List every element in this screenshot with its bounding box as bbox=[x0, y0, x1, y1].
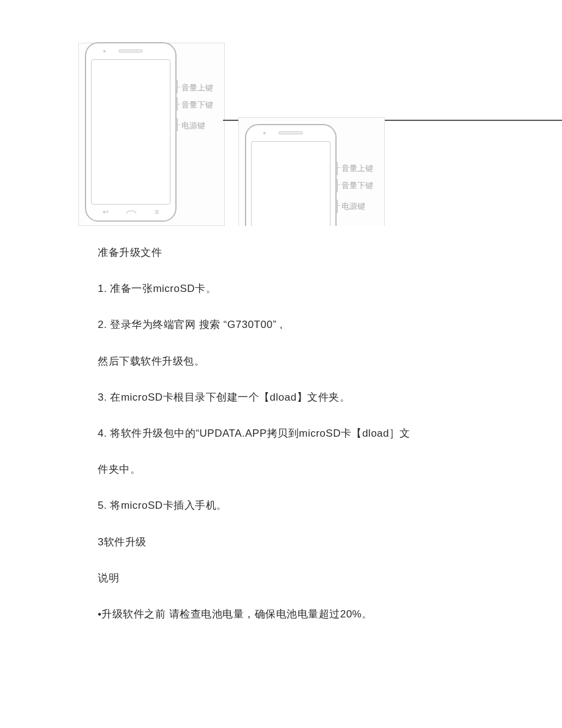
label-volume-up: 音量上键 bbox=[341, 163, 373, 174]
earpiece-icon bbox=[279, 131, 303, 134]
step-4-cont: 件夹中。 bbox=[98, 461, 464, 478]
earpiece-icon bbox=[119, 49, 143, 53]
step-3: 3. 在microSD卡根目录下创建一个【dload】文件夹。 bbox=[98, 389, 464, 406]
note-1: •升级软件之前 请检查电池电量，确保电池电量超过20%。 bbox=[98, 606, 464, 622]
back-icon: ↩ bbox=[103, 208, 109, 216]
step-1: 1. 准备一张microSD卡。 bbox=[98, 280, 464, 297]
power-key-icon bbox=[336, 200, 338, 213]
note-heading: 说明 bbox=[98, 570, 464, 586]
label-line bbox=[335, 184, 340, 185]
nav-buttons: ↩ ≡ bbox=[86, 208, 175, 216]
step-2: 2. 登录华为终端官网 搜索 “G730T00” , bbox=[98, 316, 464, 333]
label-volume-down: 音量下键 bbox=[181, 100, 213, 111]
volume-up-key-icon bbox=[336, 162, 338, 175]
label-volume-down: 音量下键 bbox=[341, 180, 373, 191]
label-line bbox=[175, 125, 180, 125]
label-line bbox=[175, 87, 180, 87]
sensor-dot-icon bbox=[103, 50, 106, 53]
volume-down-key-icon bbox=[336, 179, 338, 192]
step-4: 4. 将软件升级包中的“UPDATA.APP拷贝到microSD卡【dload］… bbox=[98, 425, 464, 442]
label-power: 电源键 bbox=[181, 120, 205, 131]
label-line bbox=[175, 104, 180, 104]
label-line bbox=[335, 167, 340, 168]
home-icon bbox=[126, 211, 136, 214]
phone-outline bbox=[245, 124, 337, 226]
phone-screen bbox=[91, 59, 170, 205]
sensor-dot-icon bbox=[263, 132, 266, 134]
label-line bbox=[335, 205, 340, 206]
document-body: 准备升级文件 1. 准备一张microSD卡。 2. 登录华为终端官网 搜索 “… bbox=[0, 226, 562, 622]
phone-screen bbox=[251, 141, 330, 226]
step-2-cont: 然后下载软件升级包。 bbox=[98, 353, 464, 369]
phone-outline: ↩ ≡ bbox=[85, 42, 177, 222]
heading-prepare: 准备升级文件 bbox=[98, 244, 464, 261]
phone-diagram-left: ↩ ≡ 音量上键 音量下键 电源键 bbox=[78, 43, 225, 226]
menu-icon: ≡ bbox=[155, 208, 159, 216]
step-5: 5. 将microSD卡插入手机。 bbox=[98, 497, 464, 514]
heading-upgrade: 3软件升级 bbox=[98, 534, 464, 550]
phone-diagram-right: 音量上键 音量下键 电源键 bbox=[238, 117, 385, 226]
label-volume-up: 音量上键 bbox=[181, 82, 213, 93]
label-power: 电源键 bbox=[341, 201, 365, 212]
phone-diagram-area: ↩ ≡ 音量上键 音量下键 电源键 音量上键 音量下键 电源 bbox=[0, 0, 562, 226]
